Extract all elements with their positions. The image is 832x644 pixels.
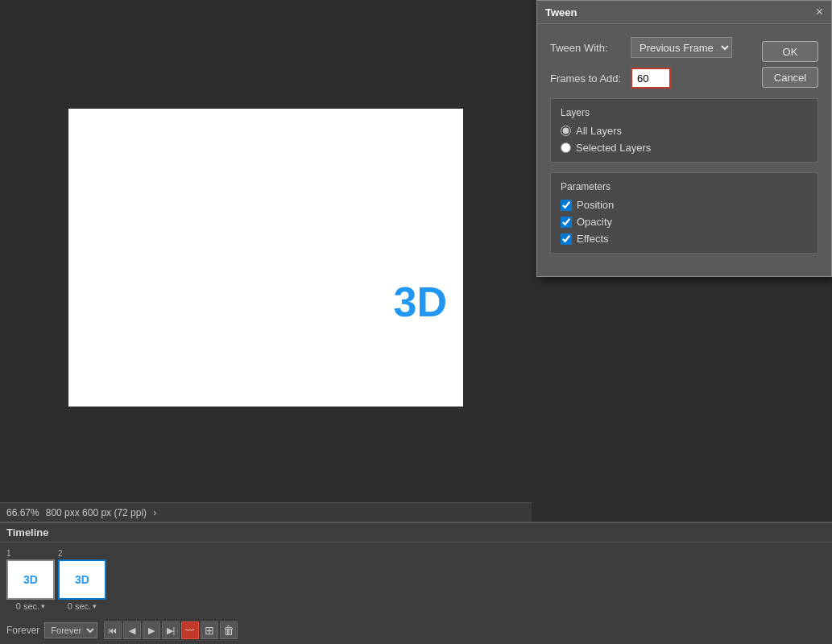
loop-select[interactable]: Once 3 times Forever <box>44 622 97 638</box>
parameters-section-label: Parameters <box>561 181 808 192</box>
timeline-controls: Forever Once 3 times Forever ⏮ ◀ ▶ ▶| 〰 … <box>6 621 238 639</box>
status-bar: 66.67% 800 pxx 600 px (72 ppi) › <box>0 502 532 522</box>
effects-checkbox[interactable] <box>561 233 572 245</box>
prev-frame-btn[interactable]: ◀ <box>123 621 141 639</box>
frame-number-2: 2 <box>58 549 63 558</box>
dialog-close-button[interactable]: × <box>816 6 823 19</box>
timeline-title: Timeline <box>6 526 49 539</box>
canvas-logo: 3D <box>394 278 447 326</box>
tween-with-select[interactable]: Previous Frame Next Frame First Frame La… <box>631 37 732 58</box>
loop-label: Forever <box>6 625 39 636</box>
tween-with-row: Tween With: Previous Frame Next Frame Fi… <box>550 37 818 58</box>
next-frame-btn[interactable]: ▶| <box>162 621 180 639</box>
opacity-checkbox[interactable] <box>561 217 572 228</box>
frame-time-2[interactable]: 0 sec. ▾ <box>68 601 97 611</box>
position-label[interactable]: Position <box>577 199 614 211</box>
frames-to-add-label: Frames to Add: <box>550 72 631 85</box>
frame-time-value-2: 0 sec. <box>68 601 91 611</box>
tween-btn[interactable]: 〰 <box>181 621 199 639</box>
status-expand-arrow[interactable]: › <box>153 507 156 518</box>
all-layers-row[interactable]: All Layers <box>561 125 808 137</box>
frame-time-value-1: 0 sec. <box>16 601 39 611</box>
effects-label[interactable]: Effects <box>577 233 609 245</box>
frames-input-wrapper <box>631 68 671 89</box>
frame-thumb-1[interactable]: 3D <box>6 559 55 600</box>
frame-number-1: 1 <box>6 549 11 558</box>
frame-thumb-logo-2: 3D <box>75 573 89 586</box>
parameters-section: Parameters Position Opacity Effects <box>550 172 818 254</box>
frame-thumb-logo-1: 3D <box>23 573 38 586</box>
dialog-titlebar: Tween × <box>537 1 831 24</box>
selected-layers-label[interactable]: Selected Layers <box>576 142 651 154</box>
opacity-label[interactable]: Opacity <box>577 216 612 228</box>
tween-dialog: Tween × Tween With: Previous Frame Next … <box>536 0 832 277</box>
effects-row[interactable]: Effects <box>561 233 808 245</box>
play-btn[interactable]: ▶ <box>143 621 160 639</box>
ok-button[interactable]: OK <box>762 41 818 62</box>
frame-time-chevron-2[interactable]: ▾ <box>93 602 97 610</box>
cancel-button[interactable]: Cancel <box>762 67 818 88</box>
dialog-actions: OK Cancel <box>762 41 818 88</box>
dialog-body: Tween With: Previous Frame Next Frame Fi… <box>537 24 831 276</box>
timeline-frames: 1 3D 0 sec. ▾ 2 3D 0 sec. ▾ <box>0 543 832 617</box>
tween-with-label: Tween With: <box>550 42 631 54</box>
timeline-header: Timeline <box>0 523 832 543</box>
selected-layers-radio[interactable] <box>561 142 571 153</box>
dimensions-text: 800 pxx 600 px (72 ppi) <box>46 507 147 518</box>
opacity-row[interactable]: Opacity <box>561 216 808 228</box>
add-frame-btn[interactable]: ⊞ <box>201 621 218 639</box>
frame-time-1[interactable]: 0 sec. ▾ <box>16 601 45 611</box>
timeline-area: Timeline 1 3D 0 sec. ▾ 2 3D <box>0 522 832 644</box>
frame-item-1[interactable]: 1 3D 0 sec. ▾ <box>6 549 55 611</box>
position-checkbox[interactable] <box>561 200 572 211</box>
layers-section: Layers All Layers Selected Layers <box>550 98 818 163</box>
delete-frame-btn[interactable]: 🗑 <box>220 621 238 639</box>
frame-item-2[interactable]: 2 3D 0 sec. ▾ <box>58 549 106 611</box>
canvas-content: 3D <box>68 109 463 407</box>
selected-layers-row[interactable]: Selected Layers <box>561 142 808 154</box>
frames-to-add-input[interactable] <box>631 68 671 89</box>
logo-3d-text: 3D <box>394 279 447 325</box>
frame-thumb-2[interactable]: 3D <box>58 559 106 600</box>
position-row[interactable]: Position <box>561 199 808 211</box>
zoom-level: 66.67% <box>6 507 39 518</box>
frame-time-chevron-1[interactable]: ▾ <box>41 602 45 610</box>
all-layers-label[interactable]: All Layers <box>576 125 622 137</box>
first-frame-btn[interactable]: ⏮ <box>104 621 122 639</box>
tween-with-select-wrapper: Previous Frame Next Frame First Frame La… <box>631 37 732 58</box>
dialog-title: Tween <box>545 6 577 19</box>
all-layers-radio[interactable] <box>561 126 571 136</box>
canvas-area: 3D <box>0 0 532 499</box>
layers-section-label: Layers <box>561 107 808 118</box>
